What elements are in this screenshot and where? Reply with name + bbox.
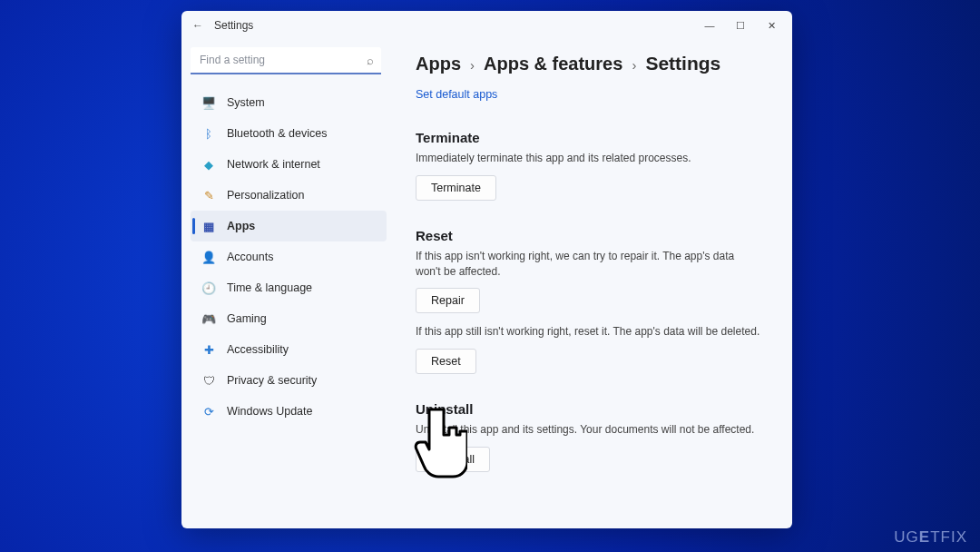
sidebar-item-label: Personalization: [227, 189, 304, 202]
sidebar-item-label: Accessibility: [227, 343, 289, 356]
maximize-icon[interactable]: ☐: [734, 20, 747, 32]
breadcrumb-apps[interactable]: Apps: [416, 54, 461, 74]
sidebar-item-personalization[interactable]: ✎Personalization: [191, 180, 387, 211]
bluetooth-devices-icon: ᛒ: [201, 126, 216, 141]
sidebar-item-gaming[interactable]: 🎮Gaming: [191, 303, 387, 334]
close-icon[interactable]: ✕: [765, 20, 778, 32]
repair-button[interactable]: Repair: [416, 288, 480, 313]
settings-window: ← Settings — ☐ ✕ ⌕ 🖥️SystemᛒBluetooth & …: [181, 11, 792, 528]
breadcrumb: Apps › Apps & features › Settings: [416, 53, 769, 74]
windows-update-icon: ⟳: [201, 404, 216, 419]
reset-heading: Reset: [416, 228, 769, 243]
terminate-heading: Terminate: [416, 130, 769, 145]
repair-desc: If this app isn't working right, we can …: [416, 249, 760, 280]
terminate-desc: Immediately terminate this app and its r…: [416, 151, 760, 166]
sidebar: ⌕ 🖥️SystemᛒBluetooth & devices◆Network &…: [181, 40, 390, 528]
sidebar-item-label: Apps: [227, 220, 255, 232]
accessibility-icon: ✚: [201, 342, 216, 357]
reset-button[interactable]: Reset: [416, 349, 476, 374]
minimize-icon[interactable]: —: [703, 20, 716, 32]
sidebar-item-privacy-security[interactable]: 🛡Privacy & security: [191, 365, 387, 396]
reset-desc: If this app still isn't working right, r…: [416, 324, 760, 340]
privacy-security-icon: 🛡: [201, 373, 216, 388]
set-default-apps-link[interactable]: Set default apps: [416, 88, 497, 101]
uninstall-heading: Uninstall: [416, 401, 769, 417]
search-input[interactable]: [191, 47, 381, 74]
chevron-right-icon: ›: [470, 57, 475, 73]
sidebar-item-label: Network & internet: [227, 158, 320, 171]
terminate-button[interactable]: Terminate: [416, 175, 496, 201]
gaming-icon: 🎮: [201, 311, 216, 326]
sidebar-item-label: Gaming: [227, 312, 267, 325]
apps-icon: ▦: [201, 219, 216, 233]
sidebar-item-accounts[interactable]: 👤Accounts: [191, 242, 387, 272]
sidebar-item-apps[interactable]: ▦Apps: [191, 211, 387, 242]
sidebar-item-windows-update[interactable]: ⟳Windows Update: [191, 396, 387, 427]
sidebar-item-network-internet[interactable]: ◆Network & internet: [191, 149, 387, 180]
chevron-right-icon: ›: [632, 57, 636, 73]
time-language-icon: 🕘: [201, 281, 216, 295]
sidebar-item-label: System: [227, 96, 265, 109]
uninstall-desc: Uninstall this app and its settings. You…: [416, 422, 760, 438]
sidebar-item-label: Time & language: [227, 281, 312, 294]
titlebar: ← Settings — ☐ ✕: [181, 11, 792, 40]
sidebar-item-system[interactable]: 🖥️System: [191, 87, 387, 118]
sidebar-item-bluetooth-devices[interactable]: ᛒBluetooth & devices: [191, 118, 387, 149]
window-title: Settings: [214, 19, 253, 32]
system-icon: 🖥️: [201, 95, 216, 110]
breadcrumb-apps-features[interactable]: Apps & features: [484, 54, 622, 74]
network-internet-icon: ◆: [201, 157, 216, 172]
back-arrow-icon[interactable]: ←: [189, 19, 207, 32]
sidebar-item-label: Privacy & security: [227, 374, 317, 387]
main-panel: Apps › Apps & features › Settings Set de…: [390, 40, 792, 528]
sidebar-item-time-language[interactable]: 🕘Time & language: [191, 272, 387, 303]
sidebar-item-accessibility[interactable]: ✚Accessibility: [191, 334, 387, 365]
breadcrumb-current: Settings: [645, 53, 720, 74]
sidebar-item-label: Windows Update: [227, 405, 313, 418]
window-controls: — ☐ ✕: [703, 20, 785, 32]
nav-list: 🖥️SystemᛒBluetooth & devices◆Network & i…: [191, 87, 387, 427]
watermark: UGETFIX: [894, 528, 967, 547]
personalization-icon: ✎: [201, 188, 216, 202]
sidebar-item-label: Accounts: [227, 251, 273, 263]
accounts-icon: 👤: [201, 250, 216, 264]
uninstall-button[interactable]: Uninstall: [416, 447, 490, 472]
sidebar-item-label: Bluetooth & devices: [227, 127, 328, 140]
